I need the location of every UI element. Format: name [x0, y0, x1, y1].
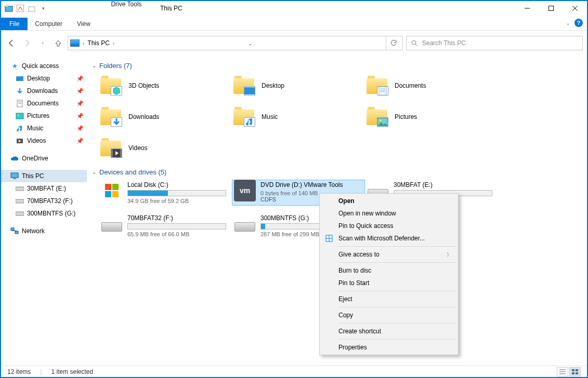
folder-icon: [100, 75, 122, 97]
sidebar-item-label: 300MBNTFS (G:): [27, 210, 75, 217]
context-menu-item[interactable]: Pin to Start: [321, 277, 457, 289]
drive-icon: [16, 197, 24, 205]
folder-item[interactable]: Pictures: [367, 106, 496, 128]
svg-rect-23: [15, 231, 18, 234]
folder-item[interactable]: Desktop: [233, 75, 363, 97]
sidebar-item-videos[interactable]: Videos📌: [1, 134, 87, 147]
navigation-bar: ▾ › This PC › ⌄ Search This PC: [1, 34, 587, 52]
folder-item[interactable]: 3D Objects: [100, 75, 230, 97]
sidebar-item-label: Pictures: [27, 112, 49, 119]
sidebar-item-music[interactable]: Music📌: [1, 122, 87, 134]
folder-item[interactable]: Music: [233, 106, 363, 128]
large-icons-view-button[interactable]: [569, 367, 581, 376]
sidebar-item-documents[interactable]: Documents📌: [1, 97, 87, 110]
context-menu-item[interactable]: Give access to〉: [321, 248, 457, 261]
tab-drive-tools[interactable]: Drive Tools: [105, 0, 148, 10]
sidebar-item-downloads[interactable]: Downloads📌: [1, 85, 87, 97]
drive-item[interactable]: 70MBFAT32 (F:)65.9 MB free of 66.0 MB: [100, 214, 230, 237]
ribbon-tabs: File Computer View ⌄ ?: [1, 16, 587, 30]
sidebar-item-label: 70MBFAT32 (F:): [27, 197, 73, 205]
ribbon-expand-icon[interactable]: ⌄: [566, 20, 570, 26]
folder-label: Music: [262, 113, 278, 120]
drive-usage-bar: [127, 190, 226, 196]
minimize-button[interactable]: [515, 1, 539, 16]
context-menu-item[interactable]: Copy: [321, 309, 457, 321]
context-menu-item[interactable]: Open in new window: [321, 207, 457, 220]
sidebar-quick-access[interactable]: ★ Quick access: [1, 60, 87, 72]
folder-item[interactable]: Downloads: [100, 106, 230, 128]
address-dropdown-button[interactable]: ⌄: [243, 36, 257, 50]
desktop-icon: [16, 74, 24, 83]
svg-point-15: [18, 114, 19, 116]
close-button[interactable]: [563, 1, 587, 16]
sidebar-item-drive[interactable]: 30MBFAT (E:): [1, 182, 87, 195]
tab-view[interactable]: View: [70, 18, 98, 30]
svg-rect-39: [576, 369, 578, 371]
back-button[interactable]: [5, 37, 18, 49]
breadcrumb-arrow-icon[interactable]: ›: [113, 40, 114, 46]
file-tab[interactable]: File: [1, 18, 28, 30]
refresh-button[interactable]: [386, 36, 400, 50]
context-menu-label: Pin to Quick access: [338, 222, 393, 230]
defender-icon: [325, 234, 333, 242]
svg-rect-14: [16, 113, 23, 119]
properties-icon[interactable]: [16, 4, 25, 13]
folder-item[interactable]: Documents: [367, 75, 496, 97]
context-menu-label: Give access to: [338, 251, 380, 258]
folder-icon: [233, 106, 255, 128]
svg-rect-1: [5, 5, 8, 7]
new-folder-icon[interactable]: [27, 4, 36, 13]
context-menu-item[interactable]: Create shortcut: [321, 325, 457, 338]
svg-rect-18: [13, 178, 16, 179]
ribbon-right: ⌄ ?: [566, 19, 583, 27]
context-menu-item[interactable]: Burn to disc: [321, 264, 457, 277]
folder-item[interactable]: Videos: [100, 137, 230, 159]
maximize-button[interactable]: [539, 1, 563, 16]
folder-icon: [367, 106, 388, 128]
pin-icon: 📌: [76, 100, 84, 107]
svg-rect-41: [576, 372, 578, 374]
context-menu-item[interactable]: Pin to Quick access: [321, 220, 457, 232]
group-header-drives[interactable]: ⌄ Devices and drives (5): [92, 168, 582, 176]
search-box[interactable]: Search This PC: [406, 36, 583, 50]
svg-rect-22: [11, 228, 14, 231]
sidebar-item-label: Music: [27, 125, 43, 132]
breadcrumb-this-pc[interactable]: This PC: [87, 39, 110, 47]
sidebar-item-desktop[interactable]: Desktop📌: [1, 72, 87, 85]
context-menu-item[interactable]: Properties: [321, 341, 457, 354]
svg-rect-32: [111, 149, 113, 157]
svg-rect-5: [549, 6, 554, 11]
folder-icon: [100, 106, 122, 128]
sidebar-network[interactable]: Network: [1, 225, 87, 237]
folder-icon: [367, 75, 388, 97]
context-menu-item[interactable]: Open: [321, 195, 457, 207]
sidebar-item-drive[interactable]: 300MBNTFS (G:): [1, 207, 87, 220]
group-header-folders[interactable]: ⌄ Folders (7): [92, 62, 582, 70]
folder-label: Documents: [395, 82, 426, 89]
address-bar[interactable]: › This PC › ⌄: [68, 36, 403, 50]
details-view-button[interactable]: [557, 367, 568, 376]
status-bar: 12 items | 1 item selected: [2, 366, 586, 377]
recent-locations-button[interactable]: ▾: [36, 37, 49, 49]
svg-point-8: [412, 40, 416, 45]
context-menu-label: Pin to Start: [338, 279, 369, 287]
tab-computer[interactable]: Computer: [28, 18, 70, 30]
sidebar-item-drive[interactable]: 70MBFAT32 (F:): [1, 195, 87, 207]
drive-item[interactable]: Local Disk (C:)34.9 GB free of 59.2 GB: [100, 181, 230, 204]
sidebar-onedrive[interactable]: OneDrive: [1, 152, 87, 165]
context-menu-item[interactable]: Eject: [321, 293, 457, 305]
title-bar: ▾ Manage Drive Tools This PC: [1, 1, 587, 16]
sidebar-item-label: 30MBFAT (E:): [27, 185, 66, 192]
drive-icon: [100, 214, 123, 233]
sidebar-item-pictures[interactable]: Pictures📌: [1, 110, 87, 122]
breadcrumb-arrow-icon[interactable]: ›: [83, 40, 84, 46]
drive-name: Local Disk (C:): [127, 181, 230, 188]
up-button[interactable]: [52, 37, 64, 49]
qat-dropdown-icon[interactable]: ▾: [38, 4, 48, 13]
sidebar-this-pc[interactable]: This PC: [1, 170, 87, 182]
help-icon[interactable]: ?: [574, 19, 583, 27]
forward-button[interactable]: [21, 37, 33, 49]
svg-rect-20: [16, 199, 24, 203]
context-menu-item[interactable]: Scan with Microsoft Defender...: [321, 232, 457, 245]
context-menu-label: Burn to disc: [338, 267, 371, 274]
